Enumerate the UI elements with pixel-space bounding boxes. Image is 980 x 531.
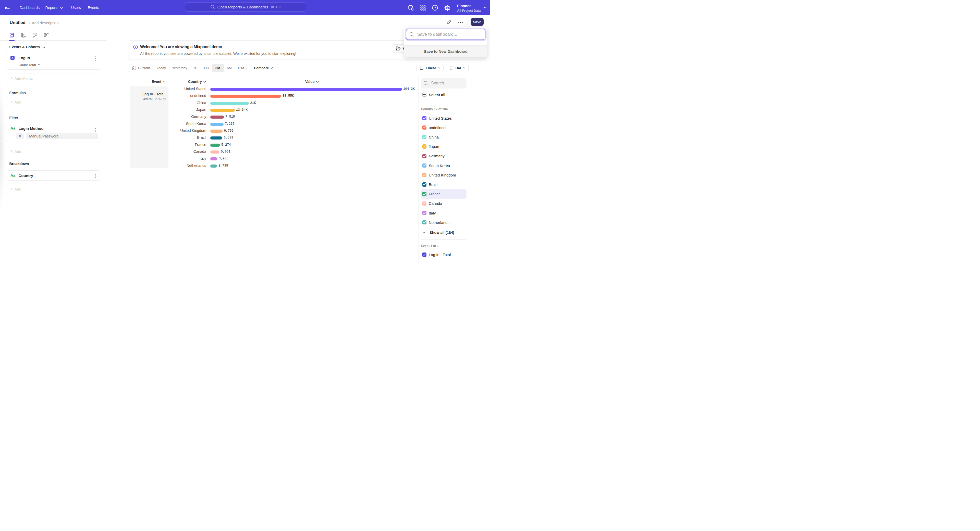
svg-text:?: ? xyxy=(434,6,436,10)
